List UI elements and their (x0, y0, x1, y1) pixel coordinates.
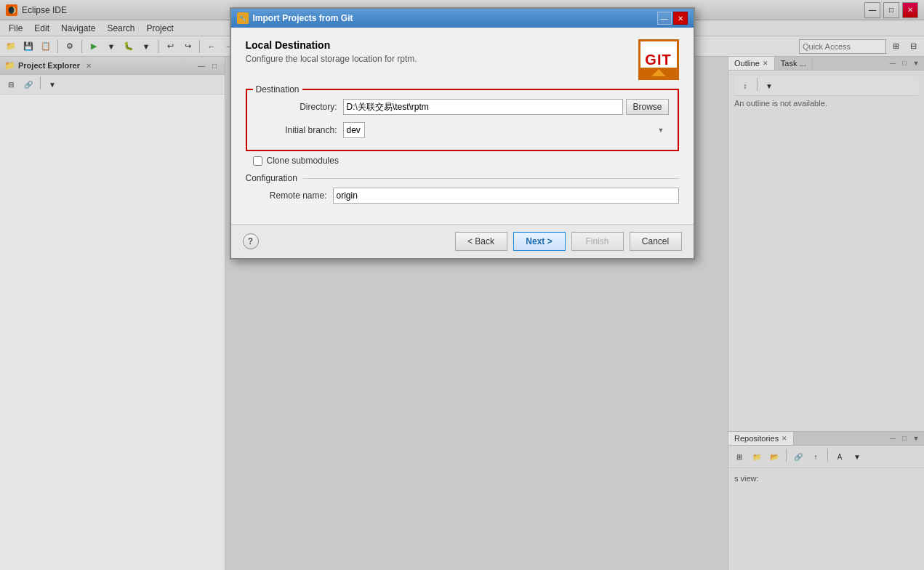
dialog-close-btn[interactable]: ✕ (673, 12, 688, 25)
destination-group: Destination Directory: Browse Initial br… (246, 89, 679, 151)
remote-name-label: Remote name: (246, 190, 333, 201)
initial-branch-wrapper: dev (343, 122, 669, 138)
back-button[interactable]: < Back (455, 232, 507, 251)
configuration-group-label: Configuration (246, 173, 679, 183)
dialog-content: Local Destination Configure the local st… (231, 28, 694, 224)
browse-button[interactable]: Browse (626, 99, 668, 115)
remote-name-input[interactable] (333, 188, 679, 204)
destination-group-label: Destination (253, 84, 302, 95)
dialog-overlay: 🔧 Import Projects from Git — ✕ Local Des… (0, 0, 924, 570)
directory-input[interactable] (343, 99, 624, 115)
finish-button[interactable]: Finish (571, 232, 624, 251)
dialog-header-subtitle: Configure the local storage location for… (246, 54, 417, 64)
initial-branch-row: Initial branch: dev (256, 122, 669, 138)
dialog-title: Import Projects from Git (253, 13, 657, 23)
configuration-group: Configuration Remote name: (246, 173, 679, 204)
dialog-header-title: Local Destination (246, 39, 417, 51)
directory-field: Browse (343, 99, 669, 115)
dialog-icon: 🔧 (237, 12, 249, 24)
git-icon: GIT (638, 39, 679, 80)
next-button[interactable]: Next > (513, 232, 566, 251)
directory-row: Directory: Browse (256, 99, 669, 115)
initial-branch-select[interactable]: dev (343, 122, 365, 138)
dialog-header: Local Destination Configure the local st… (246, 39, 679, 80)
directory-label: Directory: (256, 102, 343, 112)
git-icon-text: GIT (645, 52, 671, 67)
import-dialog: 🔧 Import Projects from Git — ✕ Local Des… (230, 7, 695, 260)
dialog-icon-text: 🔧 (239, 15, 246, 22)
remote-name-row: Remote name: (246, 188, 679, 204)
clone-submodules-row: Clone submodules (253, 156, 679, 166)
clone-submodules-checkbox[interactable] (253, 156, 262, 166)
remote-name-field (333, 188, 679, 204)
help-button[interactable]: ? (243, 233, 259, 249)
initial-branch-label: Initial branch: (256, 125, 343, 135)
svg-marker-0 (651, 69, 666, 76)
git-icon-svg (650, 68, 667, 78)
git-icon-decoration (640, 68, 677, 78)
dialog-titlebar-controls: — ✕ (657, 12, 688, 25)
dialog-header-text: Local Destination Configure the local st… (246, 39, 417, 64)
dialog-titlebar: 🔧 Import Projects from Git — ✕ (231, 9, 694, 28)
cancel-button[interactable]: Cancel (630, 232, 682, 251)
dialog-minimize-btn[interactable]: — (657, 12, 672, 25)
clone-submodules-label: Clone submodules (267, 156, 339, 166)
dialog-footer: ? < Back Next > Finish Cancel (231, 224, 694, 258)
